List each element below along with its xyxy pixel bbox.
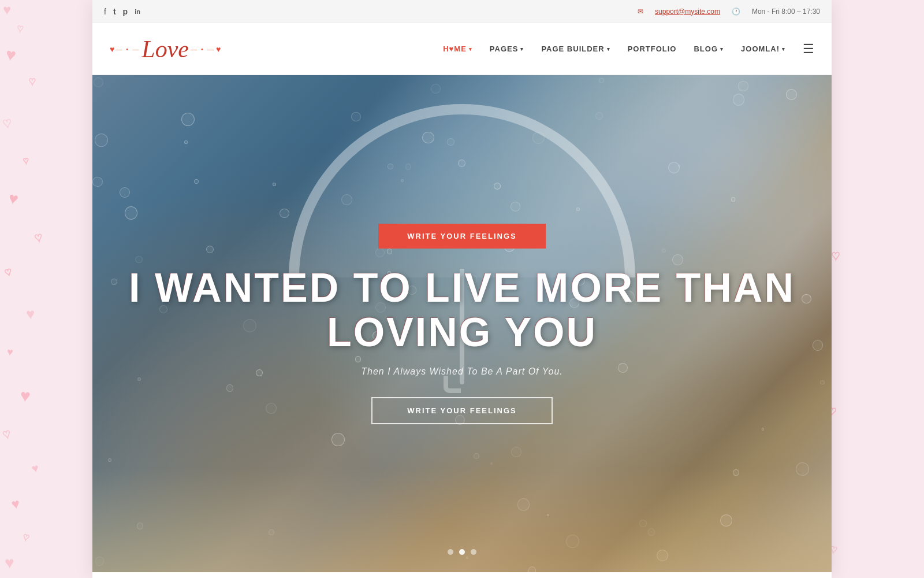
carousel-dot-2[interactable] — [459, 549, 465, 555]
nav-joomla-label: JOOMLA! — [741, 45, 780, 53]
nav-page-builder[interactable]: PAGE BUILDER ▾ — [541, 45, 610, 53]
nav-home-chevron: ▾ — [469, 46, 472, 52]
carousel-dot-3[interactable] — [471, 549, 476, 555]
nav-portfolio[interactable]: PORTFOLIO — [628, 45, 677, 53]
email-icon: ✉ — [638, 8, 643, 16]
social-links: f t p in — [104, 7, 140, 16]
logo-text: Love — [141, 37, 189, 61]
site-header: ♥ — • — Love — • — ♥ H♥ME ▾ PAGES ▾ PAGE… — [92, 23, 832, 75]
top-bar: f t p in ✉ support@mysite.com 🕐 Mon - Fr… — [92, 0, 832, 23]
linkedin-icon[interactable]: in — [135, 8, 140, 15]
business-hours: Mon - Fri 8:00 – 17:30 — [752, 8, 820, 16]
hero-title-line2: LOVING YOU — [129, 310, 795, 355]
nav-joomla-chevron: ▾ — [782, 46, 785, 52]
nav-blog-label: BLOG — [694, 45, 718, 53]
hero-content: WRITE YOUR FEELINGS I WANTED TO LIVE MOR… — [92, 75, 832, 572]
nav-pages-chevron: ▾ — [520, 46, 524, 52]
twitter-icon[interactable]: t — [113, 7, 116, 16]
hero-title-line1: I WANTED TO LIVE MORE THAN — [129, 266, 795, 310]
nav-home[interactable]: H♥ME ▾ — [443, 45, 472, 53]
top-bar-info: ✉ support@mysite.com 🕐 Mon - Fri 8:00 – … — [638, 8, 820, 16]
nav-blog-chevron: ▾ — [720, 46, 724, 52]
main-wrapper: f t p in ✉ support@mysite.com 🕐 Mon - Fr… — [92, 0, 832, 578]
hero-title: I WANTED TO LIVE MORE THAN LOVING YOU — [129, 266, 795, 355]
carousel-dot-1[interactable] — [448, 549, 453, 555]
nav-pages[interactable]: PAGES ▾ — [490, 45, 524, 53]
nav-portfolio-label: PORTFOLIO — [628, 45, 677, 53]
nav-blog[interactable]: BLOG ▾ — [694, 45, 724, 53]
nav-pages-label: PAGES — [490, 45, 519, 53]
write-feelings-button-top[interactable]: WRITE YOUR FEELINGS — [378, 224, 545, 249]
nav-page-builder-chevron: ▾ — [607, 46, 610, 52]
write-feelings-button-bottom[interactable]: WRITE YOUR FEELINGS — [371, 397, 552, 424]
main-nav: H♥ME ▾ PAGES ▾ PAGE BUILDER ▾ PORTFOLIO … — [443, 42, 814, 57]
clock-icon: 🕐 — [732, 8, 740, 16]
nav-home-label: H♥ME — [443, 45, 467, 53]
hero-section: WRITE YOUR FEELINGS I WANTED TO LIVE MOR… — [92, 75, 832, 572]
nav-page-builder-label: PAGE BUILDER — [541, 45, 604, 53]
nav-joomla[interactable]: JOOMLA! ▾ — [741, 45, 785, 53]
logo-area: ♥ — • — Love — • — ♥ — [110, 37, 221, 61]
carousel-dots — [448, 549, 476, 555]
hamburger-icon[interactable]: ☰ — [803, 42, 814, 57]
support-email[interactable]: support@mysite.com — [655, 8, 720, 16]
pinterest-icon[interactable]: p — [123, 7, 128, 16]
hero-subtitle: Then I Always Wished To Be A Part Of You… — [361, 366, 562, 377]
facebook-icon[interactable]: f — [104, 7, 106, 16]
